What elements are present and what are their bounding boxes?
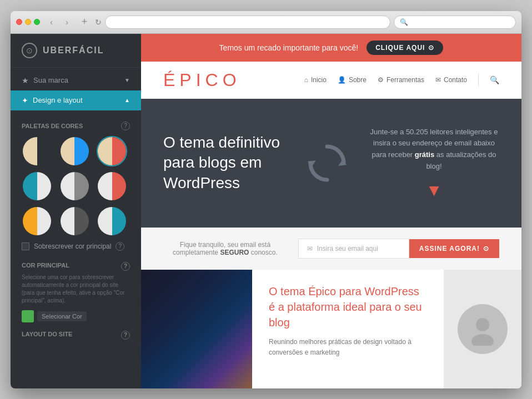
sobrescrever-help-icon[interactable]: ? [116, 242, 124, 251]
sidebar: ⊙ UBERFÁCIL ★ Sua marca ▼ ✦ Design e lay… [11, 34, 141, 388]
search-icon: 🔍 [400, 18, 408, 26]
palette-1[interactable] [22, 136, 52, 166]
browser-chrome: ‹ › + ↻ 🔍 [11, 11, 521, 34]
svg-point-2 [476, 318, 489, 331]
nav-divider [478, 74, 479, 85]
sobrescrever-label: Sobrescrever cor principal [34, 243, 111, 250]
palette-9[interactable] [97, 206, 127, 236]
design-icon: ✦ [22, 96, 28, 105]
sidebar-logo: ⊙ UBERFÁCIL [11, 34, 141, 68]
color-select-button[interactable]: Selecionar Cor [22, 310, 130, 322]
palette-3[interactable] [97, 136, 127, 166]
announcement-bar: Temos um recado importante para você! CL… [141, 34, 521, 62]
layout-help-icon[interactable]: ? [121, 331, 130, 340]
author-avatar [458, 304, 508, 354]
sidebar-item-label: Sua marca [33, 76, 120, 84]
announcement-btn-icon: ⊙ [428, 44, 434, 52]
announcement-text: Temos um recado importante para você! [219, 43, 359, 52]
announcement-btn-label: CLIQUE AQUI [375, 44, 425, 52]
hero-left: O tema definitivo para blogs em WordPres… [163, 133, 285, 193]
gear-icon: ⚙ [378, 76, 384, 84]
close-button[interactable] [16, 19, 22, 25]
color-select-label: Selecionar Cor [37, 311, 87, 321]
hero-bold: grátis [415, 150, 434, 159]
layout-title: Layout do site ? [22, 331, 130, 340]
palette-6[interactable] [97, 171, 127, 201]
announcement-button[interactable]: CLIQUE AQUI ⊙ [367, 41, 443, 55]
cor-principal-title: Cor principal ? [22, 262, 130, 271]
paletas-help-icon[interactable]: ? [121, 122, 130, 130]
back-button[interactable]: ‹ [44, 17, 58, 28]
new-tab-button[interactable]: + [78, 16, 91, 28]
browser-viewport: ⊙ UBERFÁCIL ★ Sua marca ▼ ✦ Design e lay… [11, 34, 521, 388]
layout-section: Layout do site ? [11, 331, 141, 353]
nav-contato-label: Contato [444, 76, 467, 84]
sidebar-item-active-label: Design e layout [33, 96, 120, 104]
sidebar-menu: ★ Sua marca ▼ ✦ Design e layout ▲ [11, 68, 141, 113]
chevron-up-icon: ▲ [124, 97, 130, 103]
paletas-section: Paletas de cores ? [11, 113, 141, 262]
sobrescrever-checkbox[interactable] [22, 243, 29, 250]
search-bar[interactable]: 🔍 [394, 16, 516, 29]
blog-section: O tema Épico para WordPress é a platafor… [141, 270, 521, 388]
website-preview: Temos um recado importante para você! CL… [141, 34, 521, 388]
nav-inicio[interactable]: ⌂ Inicio [304, 76, 327, 84]
palette-4[interactable] [22, 171, 52, 201]
maximize-button[interactable] [34, 19, 40, 25]
sidebar-item-design-layout[interactable]: ✦ Design e layout ▲ [11, 90, 141, 110]
nav-ferramentas-label: Ferramentas [387, 76, 424, 84]
browser-window: ‹ › + ↻ 🔍 ⊙ UBERFÁCIL ★ Sua marca [11, 11, 521, 388]
url-bar-container: ↻ 🔍 [95, 16, 516, 29]
minimize-button[interactable] [25, 19, 31, 25]
hero-section: O tema definitivo para blogs em WordPres… [141, 99, 521, 228]
person-icon: 👤 [338, 76, 346, 84]
home-icon: ⌂ [304, 76, 308, 84]
nav-buttons: ‹ › [44, 17, 74, 28]
sobrescrever-row: Sobrescrever cor principal ? [22, 242, 130, 251]
submit-icon: ⊙ [483, 245, 489, 252]
paletas-header: Paletas de cores ? [22, 122, 130, 130]
palette-7[interactable] [22, 206, 52, 236]
nav-search-button[interactable]: 🔍 [490, 75, 499, 84]
envelope-icon: ✉ [307, 245, 313, 252]
cor-principal-section: Cor principal ? Selecione uma cor para s… [11, 262, 141, 331]
star-icon: ★ [22, 76, 29, 85]
email-input[interactable]: ✉ Insira seu email aqui [298, 239, 409, 259]
arrow-down-icon: ▼ [369, 181, 499, 200]
hero-sync-icon [302, 138, 352, 188]
hero-desc: Junte-se a 50.205 leitores inteligentes … [369, 127, 499, 173]
sidebar-item-sua-marca[interactable]: ★ Sua marca ▼ [11, 70, 141, 90]
svg-point-3 [471, 334, 494, 346]
email-bold: SEGURO [220, 249, 249, 256]
nav-inicio-label: Inicio [311, 76, 327, 84]
url-bar[interactable] [105, 16, 390, 29]
subscribe-button[interactable]: ASSINE AGORA! ⊙ [409, 239, 499, 258]
palette-8[interactable] [59, 206, 90, 236]
palette-5[interactable] [59, 171, 90, 201]
chevron-down-icon: ▼ [124, 77, 130, 83]
email-placeholder: Insira seu email aqui [317, 245, 378, 252]
nav-ferramentas[interactable]: ⚙ Ferramentas [378, 76, 424, 84]
blog-excerpt: Reunindo melhores práticas de design vol… [269, 337, 427, 358]
blog-featured-image [141, 270, 252, 388]
hero-title: O tema definitivo para blogs em WordPres… [163, 133, 285, 193]
website-header: ÉPICO ⌂ Inicio 👤 Sobre ⚙ Ferramentas [141, 62, 521, 99]
blog-title: O tema Épico para WordPress é a platafor… [269, 284, 427, 330]
palette-2[interactable] [59, 136, 90, 166]
nav-sobre[interactable]: 👤 Sobre [338, 76, 367, 84]
site-nav: ⌂ Inicio 👤 Sobre ⚙ Ferramentas ✉ Contato [304, 74, 499, 85]
mail-icon: ✉ [435, 76, 441, 84]
blog-avatar-area [444, 270, 521, 388]
logo-icon: ⊙ [22, 43, 37, 58]
nav-sobre-label: Sobre [349, 76, 367, 84]
paletas-title: Paletas de cores [22, 123, 83, 129]
site-logo: ÉPICO [163, 70, 241, 90]
forward-button[interactable]: › [60, 17, 74, 28]
color-swatch [22, 310, 34, 322]
subscribe-label: ASSINE AGORA! [419, 245, 480, 252]
reload-button[interactable]: ↻ [95, 18, 102, 27]
nav-contato[interactable]: ✉ Contato [435, 76, 467, 84]
palettes-grid [22, 136, 130, 236]
cor-principal-help-icon[interactable]: ? [121, 262, 130, 271]
logo-text: UBERFÁCIL [43, 46, 104, 55]
